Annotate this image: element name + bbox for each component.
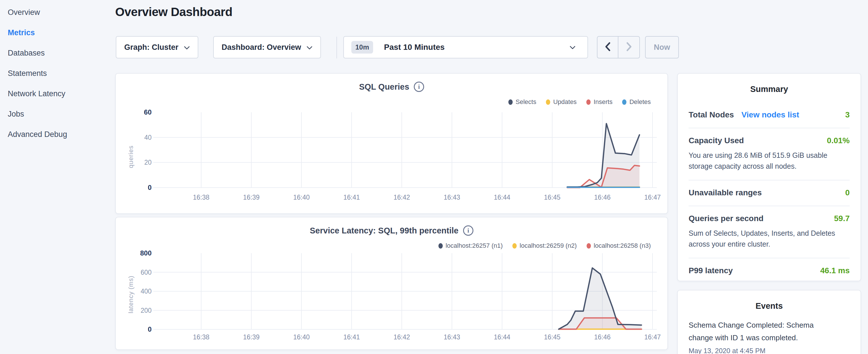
chevron-down-icon bbox=[184, 43, 190, 52]
svg-text:16:41: 16:41 bbox=[343, 333, 360, 341]
service-latency-card: Service Latency: SQL, 99th percentile i … bbox=[115, 217, 668, 350]
page-title: Overview Dashboard bbox=[115, 5, 232, 19]
time-forward-button[interactable] bbox=[618, 37, 639, 58]
summary-row-unavailable-ranges: Unavailable ranges 0 bbox=[689, 181, 850, 206]
events-title: Events bbox=[678, 290, 861, 311]
summary-row-label: Queries per second bbox=[689, 214, 764, 223]
time-pager bbox=[597, 36, 640, 58]
time-window-label: Past 10 Minutes bbox=[384, 43, 445, 52]
svg-text:16:38: 16:38 bbox=[193, 333, 210, 341]
summary-row-value: 59.7 bbox=[834, 214, 850, 223]
svg-text:16:39: 16:39 bbox=[243, 333, 260, 341]
view-nodes-list-link[interactable]: View nodes list bbox=[741, 110, 799, 120]
svg-text:16:46: 16:46 bbox=[594, 333, 611, 341]
summary-row-total-nodes: Total Nodes View nodes list 3 bbox=[689, 102, 850, 128]
svg-text:16:40: 16:40 bbox=[293, 194, 310, 201]
summary-row-queries-per-second: Queries per second 59.7 Sum of Selects, … bbox=[689, 206, 850, 258]
svg-text:16:41: 16:41 bbox=[343, 194, 360, 201]
summary-row-value: 46.1 ms bbox=[820, 266, 850, 275]
now-button[interactable]: Now bbox=[645, 36, 679, 58]
svg-text:16:42: 16:42 bbox=[394, 194, 410, 201]
sidebar-item-network-latency[interactable]: Network Latency bbox=[8, 88, 115, 99]
svg-text:16:45: 16:45 bbox=[544, 333, 560, 341]
graph-dropdown[interactable]: Graph: Cluster bbox=[116, 36, 198, 58]
svg-text:16:43: 16:43 bbox=[443, 333, 460, 341]
chevron-right-icon bbox=[626, 42, 632, 53]
sql-queries-card: SQL Queries i SelectsUpdatesInsertsDelet… bbox=[115, 73, 668, 214]
svg-text:16:39: 16:39 bbox=[243, 194, 260, 201]
time-window-badge: 10m bbox=[351, 41, 373, 54]
chevron-down-icon bbox=[306, 43, 313, 52]
dashboard-dropdown-label: Dashboard: Overview bbox=[221, 43, 301, 52]
svg-text:16:46: 16:46 bbox=[594, 194, 611, 201]
time-range-dropdown[interactable]: 10m Past 10 Minutes bbox=[343, 36, 588, 58]
svg-text:600: 600 bbox=[141, 269, 152, 276]
summary-row-value: 3 bbox=[845, 110, 850, 120]
service-latency-chart[interactable]: 16:3816:3916:4016:4116:4216:4316:4416:45… bbox=[116, 217, 668, 349]
sidebar-item-statements[interactable]: Statements bbox=[8, 68, 115, 79]
events-panel: Events Schema Change Completed: Schema c… bbox=[677, 290, 861, 354]
summary-row-value: 0.01% bbox=[827, 136, 850, 145]
svg-text:16:44: 16:44 bbox=[494, 333, 510, 341]
svg-text:20: 20 bbox=[144, 159, 152, 166]
summary-row-label: Total Nodes bbox=[689, 110, 734, 120]
svg-text:16:42: 16:42 bbox=[394, 333, 410, 341]
chevron-left-icon bbox=[604, 42, 611, 53]
svg-text:16:47: 16:47 bbox=[644, 194, 661, 201]
svg-text:400: 400 bbox=[141, 288, 152, 295]
sidebar-item-jobs[interactable]: Jobs bbox=[8, 108, 115, 120]
summary-title: Summary bbox=[678, 74, 861, 94]
sql-queries-chart[interactable]: 16:3816:3916:4016:4116:4216:4316:4416:45… bbox=[116, 74, 668, 213]
svg-text:16:43: 16:43 bbox=[443, 194, 460, 201]
sidebar-item-advanced-debug[interactable]: Advanced Debug bbox=[8, 129, 115, 140]
svg-text:60: 60 bbox=[144, 108, 152, 116]
svg-text:0: 0 bbox=[148, 325, 152, 333]
summary-row-value: 0 bbox=[845, 188, 850, 197]
svg-text:800: 800 bbox=[140, 249, 152, 257]
time-back-button[interactable] bbox=[597, 37, 618, 58]
summary-row-label: P99 latency bbox=[689, 266, 733, 275]
dashboard-dropdown[interactable]: Dashboard: Overview bbox=[213, 36, 321, 58]
svg-text:16:47: 16:47 bbox=[644, 333, 661, 341]
summary-row-subtext: You are using 28.6 MiB of 515.9 GiB usab… bbox=[689, 150, 850, 171]
svg-text:200: 200 bbox=[141, 307, 152, 314]
chevron-down-icon bbox=[569, 45, 576, 51]
svg-text:16:45: 16:45 bbox=[544, 194, 560, 201]
summary-panel: Summary Total Nodes View nodes list 3 Ca… bbox=[677, 73, 861, 281]
summary-row-label: Capacity Used bbox=[689, 136, 744, 145]
controls-divider bbox=[336, 37, 337, 58]
summary-row-label: Unavailable ranges bbox=[689, 188, 762, 197]
svg-text:16:40: 16:40 bbox=[293, 333, 310, 341]
sidebar-item-overview[interactable]: Overview bbox=[8, 7, 115, 18]
event-text: Schema Change Completed: Schema change w… bbox=[689, 319, 823, 344]
svg-text:0: 0 bbox=[148, 184, 152, 191]
event-timestamp: May 13, 2020 at 4:45 PM bbox=[689, 347, 850, 354]
svg-text:16:38: 16:38 bbox=[193, 194, 210, 201]
graph-dropdown-label: Graph: Cluster bbox=[124, 43, 178, 52]
summary-row-capacity-used: Capacity Used 0.01% You are using 28.6 M… bbox=[689, 128, 850, 181]
summary-row-p99-latency: P99 latency 46.1 ms bbox=[689, 258, 850, 284]
svg-text:40: 40 bbox=[144, 134, 152, 141]
summary-row-subtext: Sum of Selects, Updates, Inserts, and De… bbox=[689, 228, 850, 250]
controls-row: Graph: Cluster Dashboard: Overview 10m P… bbox=[0, 36, 868, 58]
svg-text:16:44: 16:44 bbox=[494, 194, 510, 201]
event-item[interactable]: Schema Change Completed: Schema change w… bbox=[678, 311, 861, 354]
